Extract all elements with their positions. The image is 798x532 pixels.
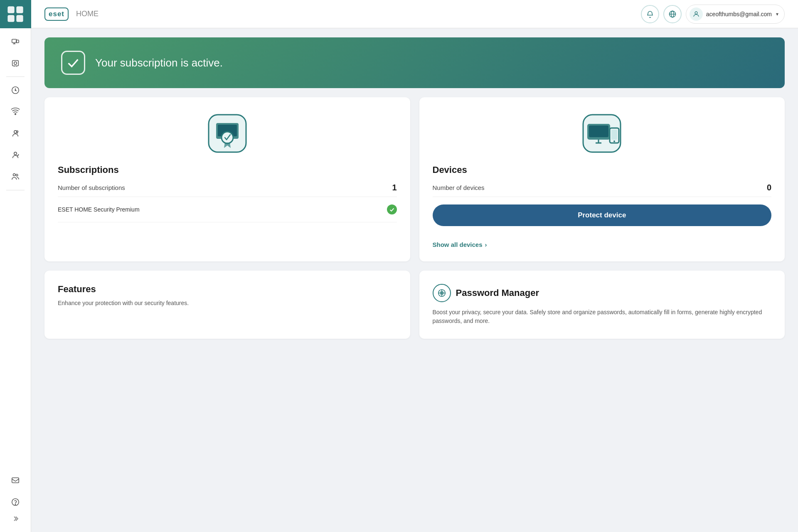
- svg-point-9: [14, 62, 17, 64]
- svg-point-19: [13, 174, 16, 176]
- svg-rect-8: [12, 61, 19, 66]
- subscriptions-stat-label: Number of subscriptions: [58, 184, 125, 191]
- eset-logo-text: eset: [49, 10, 64, 18]
- svg-point-30: [222, 132, 233, 143]
- devices-card: Devices Number of devices 0 Protect devi…: [419, 97, 785, 261]
- content-area: Your subscription is active.: [31, 28, 798, 532]
- sidebar-item-help[interactable]: [4, 492, 27, 512]
- header-brand: eset HOME: [44, 7, 99, 21]
- features-description: Enhance your protection with our securit…: [58, 299, 397, 308]
- pm-header: Password Manager: [433, 284, 772, 302]
- header-home-label: HOME: [76, 10, 99, 18]
- svg-point-18: [14, 152, 17, 155]
- sidebar-expand-btn[interactable]: [4, 514, 27, 527]
- user-avatar: [690, 7, 703, 21]
- devices-stat-value: 0: [767, 183, 771, 192]
- banner-text: Your subscription is active.: [95, 57, 223, 69]
- svg-rect-2: [7, 15, 14, 22]
- banner-check-icon: [61, 51, 85, 75]
- subscriptions-icon-wrap: [58, 111, 397, 156]
- svg-point-14: [15, 113, 16, 115]
- language-button[interactable]: [663, 5, 682, 23]
- sidebar-item-security[interactable]: [4, 80, 27, 100]
- subscription-banner: Your subscription is active.: [44, 37, 785, 88]
- svg-point-16: [17, 131, 18, 133]
- subscriptions-card: Subscriptions Number of subscriptions 1 …: [44, 97, 410, 261]
- subscriptions-stat-value: 1: [392, 183, 397, 192]
- svg-rect-38: [611, 130, 617, 140]
- svg-point-39: [613, 140, 615, 142]
- sidebar-divider-2: [6, 190, 25, 190]
- devices-title: Devices: [433, 165, 772, 175]
- pm-description: Boost your privacy, secure your data. Sa…: [433, 308, 772, 325]
- sidebar-logo: [0, 0, 31, 28]
- svg-rect-1: [16, 6, 23, 13]
- svg-point-23: [15, 504, 15, 505]
- notifications-button[interactable]: [641, 5, 659, 23]
- svg-rect-0: [7, 6, 14, 13]
- subscription-name: ESET HOME Security Premium: [58, 206, 140, 213]
- sidebar-item-network[interactable]: [4, 102, 27, 122]
- pm-title: Password Manager: [456, 288, 539, 298]
- sidebar-item-devices[interactable]: [4, 32, 27, 52]
- show-all-devices-row: Show all devices ›: [433, 234, 772, 248]
- svg-point-25: [695, 12, 697, 14]
- eset-logo: eset: [44, 7, 69, 21]
- sidebar-divider-1: [6, 76, 25, 77]
- user-menu-button[interactable]: aceofthumbs@gmail.com ▾: [686, 5, 785, 24]
- features-title: Features: [58, 284, 397, 295]
- sidebar-item-identity[interactable]: [4, 145, 27, 165]
- header-actions: aceofthumbs@gmail.com ▾: [641, 5, 785, 24]
- show-all-devices-link[interactable]: Show all devices ›: [433, 241, 772, 248]
- protect-device-button[interactable]: Protect device: [433, 204, 772, 226]
- main-area: eset HOME: [31, 0, 798, 532]
- show-all-subscriptions-row: [58, 222, 397, 230]
- subscriptions-title: Subscriptions: [58, 165, 397, 175]
- features-card: Features Enhance your protection with ou…: [44, 271, 410, 339]
- password-manager-card: Password Manager Boost your privacy, sec…: [419, 271, 785, 339]
- svg-point-46: [441, 293, 442, 294]
- sidebar-bottom: [4, 470, 27, 532]
- devices-stat-row: Number of devices 0: [433, 179, 772, 197]
- sidebar-item-parental[interactable]: [4, 123, 27, 143]
- subscription-item-row: ESET HOME Security Premium: [58, 197, 397, 222]
- user-menu-chevron: ▾: [776, 11, 778, 17]
- svg-rect-3: [16, 15, 23, 22]
- svg-rect-34: [589, 126, 608, 137]
- user-email: aceofthumbs@gmail.com: [706, 11, 772, 17]
- chevron-right-icon-devices: ›: [485, 241, 487, 248]
- features-row: Features Enhance your protection with ou…: [44, 271, 785, 339]
- svg-rect-21: [12, 478, 19, 483]
- sidebar-item-family[interactable]: [4, 167, 27, 187]
- show-all-devices-text: Show all devices: [433, 241, 483, 248]
- password-manager-icon: [433, 284, 451, 302]
- header: eset HOME: [31, 0, 798, 28]
- subscriptions-stat-row: Number of subscriptions 1: [58, 179, 397, 197]
- cards-row: Subscriptions Number of subscriptions 1 …: [44, 97, 785, 261]
- svg-point-13: [15, 90, 16, 91]
- svg-point-20: [16, 174, 18, 176]
- sidebar-item-messages[interactable]: [4, 470, 27, 490]
- devices-stat-label: Number of devices: [433, 184, 485, 191]
- subscription-active-badge: [387, 204, 397, 214]
- devices-icon-wrap: [433, 111, 772, 156]
- sidebar-item-subscriptions[interactable]: [4, 53, 27, 73]
- sidebar-nav: [4, 28, 27, 470]
- sidebar: [0, 0, 31, 532]
